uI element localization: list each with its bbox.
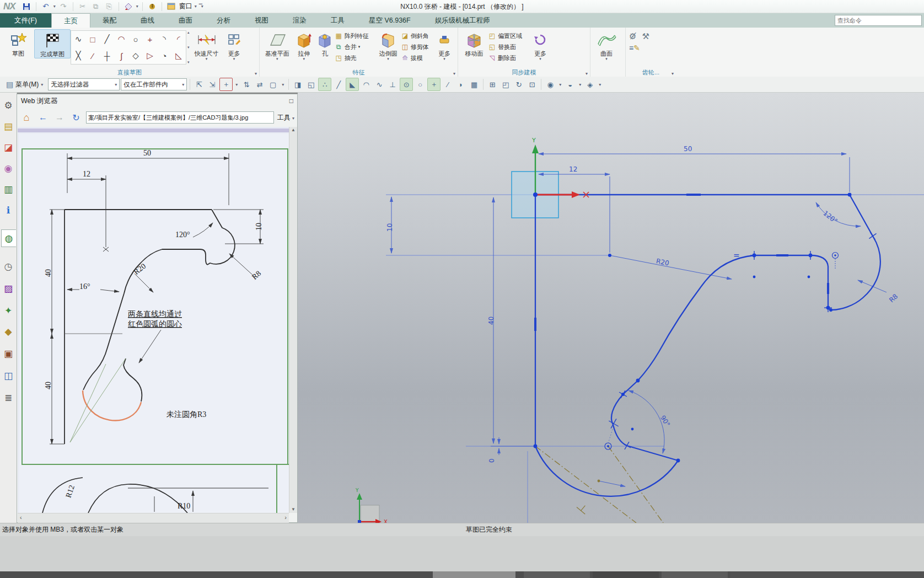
window-icon[interactable] <box>166 2 177 12</box>
point-icon[interactable]: + <box>143 31 157 47</box>
home-icon[interactable]: ⌂ <box>20 112 33 124</box>
offset-region-item[interactable]: ◰偏置区域 <box>488 31 529 41</box>
tab-analysis[interactable]: 分析 <box>205 13 243 28</box>
snap-intersection-toggle[interactable]: ＋ <box>427 78 440 91</box>
sketch-dim-label[interactable]: 10 <box>386 223 394 232</box>
manufacturing-wizard-icon[interactable]: ◆ <box>1 323 15 340</box>
undo-icon[interactable]: ↶ <box>40 2 51 12</box>
arc-slot-icon[interactable]: ◔ <box>157 47 171 64</box>
tab-surface[interactable]: 曲面 <box>166 13 205 28</box>
web-browser-icon[interactable]: ◍ <box>1 229 16 247</box>
snap-center-toggle[interactable]: ⊙ <box>400 78 413 91</box>
extrude-button[interactable]: 拉伸 ▾ <box>292 29 315 61</box>
refresh-icon[interactable]: ↻ <box>69 113 83 123</box>
selection-filter-combo[interactable]: 无选择过滤器▾ <box>48 78 120 90</box>
system-materials-icon[interactable]: ▨ <box>1 280 15 297</box>
window-dropdown[interactable]: ▾ <box>195 4 197 9</box>
part-navigator-icon[interactable]: ◉ <box>1 160 15 176</box>
undo-dropdown[interactable]: ▾ <box>53 4 56 9</box>
unite-item[interactable]: ⧉合并▾ <box>335 42 375 52</box>
sketch-dim-label[interactable]: R8 <box>888 292 899 304</box>
shell-item[interactable]: ◳抽壳 <box>335 53 375 63</box>
toolbar-icon-refresh-view[interactable]: ↻ <box>513 78 525 90</box>
toolbar-icon-assemble[interactable]: ⇱ <box>193 78 205 90</box>
hole-button[interactable]: 孔 <box>315 29 334 57</box>
move-curve-icon[interactable]: ◇ <box>128 47 143 64</box>
roles-gear-icon[interactable]: ⚙ <box>1 97 15 114</box>
quick-extend-icon[interactable]: ∕ <box>85 47 100 64</box>
finish-sketch-button[interactable]: 完成草图 <box>34 29 71 58</box>
trim-body-item[interactable]: ◫修剪体 <box>401 42 433 52</box>
redo-icon[interactable]: ↷ <box>58 2 69 12</box>
url-input[interactable] <box>86 111 274 124</box>
edge-blend-button[interactable]: 边倒圆 ▾ <box>375 29 401 61</box>
gear-tool-icon-2[interactable]: ⚒ <box>642 31 649 41</box>
cut-icon[interactable]: ✂ <box>77 2 88 12</box>
browser-horizontal-scrollbar[interactable]: ‹ › <box>18 513 289 523</box>
toolbar-icon-clip-section[interactable]: ◈ <box>584 78 596 90</box>
chamfer-item[interactable]: ◪倒斜角 <box>401 31 433 41</box>
toolbar-icon-box-select[interactable]: ◱ <box>305 78 317 90</box>
command-search-input[interactable] <box>835 15 922 26</box>
fillet-icon[interactable]: ◝ <box>157 31 171 47</box>
tab-view[interactable]: 视图 <box>243 13 281 28</box>
tab-home[interactable]: 主页 <box>51 13 90 28</box>
sketch-button[interactable]: 草图 <box>2 29 34 57</box>
selection-scope-combo[interactable]: 仅在工作部件内▾ <box>121 78 187 90</box>
group-dialog-arrow[interactable]: ▾ <box>671 71 674 76</box>
taskbar-segment[interactable] <box>730 571 924 578</box>
constraint-navigator-icon[interactable]: ◪ <box>1 139 15 156</box>
tab-mech-engineer[interactable]: 娱乐级机械工程师 <box>423 13 502 28</box>
toolbar-dropdown[interactable]: ▾ <box>234 78 239 90</box>
snap-arc-toggle[interactable]: ◠ <box>360 78 372 90</box>
toolbar-dropdown[interactable]: ▾ <box>280 78 286 90</box>
taskbar-segment[interactable] <box>524 571 590 578</box>
browser-content[interactable]: 50 12 40 40 10 120° 16° R20 R8 两条直线均通过 红… <box>18 127 289 513</box>
toolbar-dropdown[interactable]: ▾ <box>577 78 583 90</box>
sketch-dim-label[interactable]: 50 <box>684 145 692 153</box>
snap-quadrant-toggle[interactable]: ○ <box>414 78 426 90</box>
replace-face-item[interactable]: ◱替换面 <box>488 42 529 52</box>
toolbar-dropdown[interactable]: ▾ <box>557 78 563 90</box>
paste-icon[interactable]: ⎘ <box>104 2 115 12</box>
more-button-feature[interactable]: 更多 ▾ <box>433 29 455 61</box>
line-icon[interactable]: ╱ <box>100 31 114 47</box>
panel-maximize-icon[interactable]: □ <box>289 97 293 105</box>
sketch-dim-label[interactable]: 40 <box>487 317 495 325</box>
window-layout-icon[interactable]: ◫ <box>1 367 15 384</box>
browser-vertical-scrollbar[interactable]: ▲ ▼ <box>289 127 297 513</box>
snap-on-curve-toggle[interactable]: ∕ <box>442 78 454 90</box>
graphics-window[interactable]: 50 12 10 40 0 120° 90° R20 R8 = <box>298 93 924 523</box>
tab-assemblies[interactable]: 装配 <box>90 13 128 28</box>
tab-curve[interactable]: 曲线 <box>128 13 166 28</box>
polygon-icon[interactable]: ◺ <box>171 47 186 64</box>
save-icon[interactable] <box>21 2 32 12</box>
toolbar-dropdown[interactable]: ▾ <box>597 78 603 90</box>
snap-midpoint-toggle[interactable]: ◣ <box>346 78 359 91</box>
sketch-dim-label[interactable]: 12 <box>569 165 577 173</box>
circle-icon[interactable]: ○ <box>128 31 143 47</box>
forward-icon[interactable]: → <box>53 113 66 122</box>
toolbar-icon-marquee-select[interactable]: ▢ <box>267 78 279 90</box>
reuse-library-icon[interactable]: ▥ <box>1 181 15 197</box>
toolbar-icon-assembly-constraint[interactable]: ＋ <box>219 78 233 91</box>
group-dialog-arrow[interactable]: ▾ <box>585 71 588 76</box>
sketch-curves[interactable] <box>535 195 880 496</box>
part-display-dropdown[interactable]: ▾ <box>136 4 138 9</box>
customize-quick-access[interactable]: ▔▾ <box>199 4 202 9</box>
menu-button[interactable]: ▤ 菜单(M) ▾ <box>2 78 47 91</box>
datum-plane-button[interactable]: 基准平面 ▾ <box>262 29 292 61</box>
sketch-dim-label[interactable]: 90° <box>659 414 671 428</box>
toolbar-icon-window-tile[interactable]: ◰ <box>499 78 512 90</box>
arc-icon[interactable]: ◠ <box>114 31 128 47</box>
toolbar-icon-view-orient[interactable]: ◨ <box>292 78 304 90</box>
more-button-sync[interactable]: 更多 ▾ <box>529 29 552 61</box>
more-button-sketch[interactable]: 更多 ▾ <box>223 29 246 61</box>
snap-face-toggle[interactable]: ◗ <box>455 78 467 90</box>
toolbar-icon-pattern-component[interactable]: ⇅ <box>240 78 253 90</box>
offset-curve-icon[interactable]: ▷ <box>143 47 157 64</box>
toolbar-icon-shaded-view[interactable]: ◉ <box>544 78 556 90</box>
taskbar-segment[interactable] <box>433 571 515 578</box>
gear-list-icon[interactable]: ≡✎ <box>629 44 649 52</box>
group-dialog-arrow[interactable]: ▾ <box>453 71 455 76</box>
